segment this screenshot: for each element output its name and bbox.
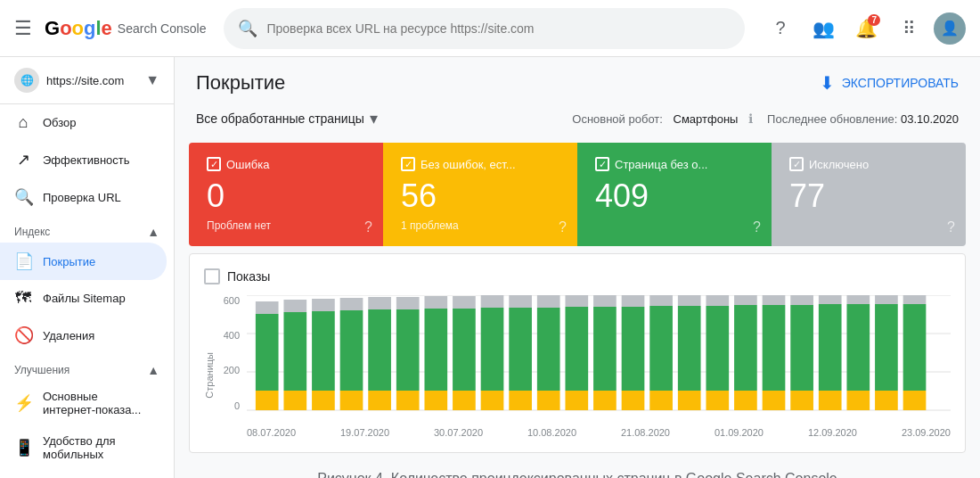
y-label-0: 0 bbox=[204, 400, 240, 411]
sidebar-item-overview[interactable]: ⌂ Обзор bbox=[0, 104, 167, 141]
svg-rect-62 bbox=[790, 305, 813, 391]
url-inspection-icon: 🔍 bbox=[14, 187, 32, 207]
chevron-down-icon: ▼ bbox=[145, 72, 159, 88]
svg-rect-46 bbox=[649, 391, 673, 410]
svg-rect-33 bbox=[509, 295, 532, 308]
stat-card-valid-header: ✓ Страница без о... bbox=[595, 157, 754, 171]
stat-card-error[interactable]: ✓ Ошибка 0 Проблем нет ? bbox=[189, 143, 383, 246]
svg-rect-59 bbox=[763, 305, 786, 391]
chart-area: 600 400 200 0 bbox=[204, 295, 951, 438]
stat-card-warning-header: ✓ Без ошибок, ест... bbox=[401, 157, 559, 171]
chart-svg bbox=[247, 295, 951, 411]
sidebar-item-performance[interactable]: ↗ Эффективность bbox=[0, 141, 167, 178]
svg-rect-9 bbox=[283, 300, 306, 312]
svg-rect-70 bbox=[875, 391, 898, 410]
search-input[interactable] bbox=[266, 21, 731, 36]
x-label-1: 19.07.2020 bbox=[340, 427, 389, 438]
export-button[interactable]: ⬇ ЭКСПОРТИРОВАТЬ bbox=[820, 72, 959, 94]
svg-rect-43 bbox=[622, 391, 645, 410]
svg-rect-4 bbox=[256, 391, 279, 410]
hamburger-icon[interactable]: ☰ bbox=[14, 17, 32, 40]
coverage-label: Покрытие bbox=[43, 255, 95, 268]
sidebar-item-removals[interactable]: 🚫 Удаления bbox=[0, 317, 167, 354]
svg-rect-29 bbox=[481, 308, 504, 391]
stat-card-valid[interactable]: ✓ Страница без о... 409 ? bbox=[577, 143, 772, 246]
site-avatar: 🌐 bbox=[14, 68, 39, 93]
svg-rect-66 bbox=[819, 295, 842, 304]
svg-rect-31 bbox=[509, 391, 532, 410]
svg-rect-48 bbox=[649, 295, 673, 306]
people-button[interactable]: 👥 bbox=[805, 11, 841, 46]
error-checkbox: ✓ bbox=[207, 157, 221, 171]
avatar[interactable]: 👤 bbox=[934, 12, 966, 45]
sidebar: 🌐 https://site.com ▼ ⌂ Обзор ↗ Эффективн… bbox=[0, 57, 175, 478]
help-button[interactable]: ? bbox=[763, 11, 798, 46]
svg-rect-17 bbox=[368, 309, 391, 391]
error-help-icon[interactable]: ? bbox=[364, 219, 372, 235]
excluded-help-icon[interactable]: ? bbox=[947, 219, 955, 235]
search-bar[interactable]: 🔍 bbox=[224, 8, 745, 49]
stat-card-excluded-header: ✓ Исключено bbox=[789, 157, 948, 171]
robot-info: Основной робот: Смартфоны ℹ bbox=[572, 111, 753, 126]
svg-rect-68 bbox=[846, 304, 870, 391]
robot-info-icon[interactable]: ℹ bbox=[748, 111, 753, 126]
sidebar-item-sitemaps[interactable]: 🗺 Файлы Sitemap bbox=[0, 280, 167, 317]
search-icon: 🔍 bbox=[238, 19, 257, 38]
export-icon: ⬇ bbox=[820, 72, 835, 94]
update-label: Последнее обновление: bbox=[767, 112, 897, 126]
y-label-600: 600 bbox=[204, 295, 240, 306]
svg-rect-65 bbox=[819, 304, 842, 391]
svg-rect-24 bbox=[424, 296, 447, 309]
performance-icon: ↗ bbox=[14, 150, 32, 169]
sidebar-item-mobile[interactable]: 📱 Удобство для мобильных bbox=[0, 425, 167, 470]
sidebar-item-url-inspection[interactable]: 🔍 Проверка URL bbox=[0, 178, 167, 216]
svg-rect-75 bbox=[903, 295, 927, 304]
svg-rect-49 bbox=[678, 391, 701, 410]
caption: Рисунок 4. Количество проиндексированных… bbox=[175, 460, 980, 478]
valid-help-icon[interactable]: ? bbox=[753, 219, 761, 235]
svg-rect-23 bbox=[424, 309, 447, 391]
warning-help-icon[interactable]: ? bbox=[559, 219, 567, 235]
export-label: ЭКСПОРТИРОВАТЬ bbox=[842, 76, 959, 90]
layout: 🌐 https://site.com ▼ ⌂ Обзор ↗ Эффективн… bbox=[0, 57, 980, 478]
sidebar-item-web-vitals[interactable]: ⚡ Основные интернет-показа... bbox=[0, 381, 167, 425]
help-icon: ? bbox=[775, 18, 785, 38]
people-icon: 👥 bbox=[813, 18, 835, 39]
svg-rect-73 bbox=[903, 391, 927, 410]
improvements-section-label: Улучшения bbox=[14, 364, 69, 376]
warning-label: Без ошибок, ест... bbox=[421, 158, 516, 171]
x-label-5: 01.09.2020 bbox=[715, 427, 764, 438]
index-section-header[interactable]: Индекс ▲ bbox=[0, 216, 174, 243]
page-title: Покрытие bbox=[196, 71, 285, 95]
svg-rect-21 bbox=[396, 297, 420, 309]
svg-rect-16 bbox=[368, 391, 391, 410]
svg-rect-14 bbox=[340, 310, 363, 391]
sidebar-item-breadcrumbs[interactable]: 🔗 Строки навигации bbox=[0, 470, 167, 478]
top-header: ☰ Google Search Console 🔍 ? 👥 🔔 7 ⠿ 👤 bbox=[0, 0, 980, 57]
svg-rect-39 bbox=[565, 295, 588, 307]
svg-rect-37 bbox=[565, 391, 588, 410]
update-date: 03.10.2020 bbox=[901, 112, 959, 126]
sidebar-item-coverage[interactable]: 📄 Покрытие bbox=[0, 243, 167, 280]
stat-card-excluded[interactable]: ✓ Исключено 77 ? bbox=[772, 143, 966, 246]
legend-checkbox[interactable] bbox=[204, 268, 220, 284]
mobile-icon: 📱 bbox=[14, 438, 32, 457]
apps-button[interactable]: ⠿ bbox=[891, 11, 927, 46]
svg-rect-10 bbox=[312, 391, 335, 410]
header-icons: ? 👥 🔔 7 ⠿ 👤 bbox=[763, 11, 966, 46]
chart-container: Показы 600 400 200 0 bbox=[189, 253, 966, 453]
filter-arrow-icon: ▾ bbox=[370, 109, 378, 128]
svg-rect-28 bbox=[481, 391, 504, 410]
notifications-button[interactable]: 🔔 7 bbox=[848, 11, 884, 46]
svg-rect-15 bbox=[340, 298, 363, 310]
url-inspection-label: Проверка URL bbox=[43, 191, 121, 204]
svg-rect-42 bbox=[593, 295, 617, 307]
improvements-section-header[interactable]: Улучшения ▲ bbox=[0, 354, 174, 381]
site-selector[interactable]: 🌐 https://site.com ▼ bbox=[0, 57, 174, 104]
main-content: Покрытие ⬇ ЭКСПОРТИРОВАТЬ Все обработанн… bbox=[175, 57, 980, 478]
stat-card-warning[interactable]: ✓ Без ошибок, ест... 56 1 проблема ? bbox=[383, 143, 577, 246]
x-label-7: 23.09.2020 bbox=[902, 427, 951, 438]
filter-dropdown[interactable]: Все обработанные страницы ▾ bbox=[196, 109, 378, 128]
removals-label: Удаления bbox=[43, 329, 94, 342]
caption-text: Рисунок 4. Количество проиндексированных… bbox=[317, 471, 837, 478]
